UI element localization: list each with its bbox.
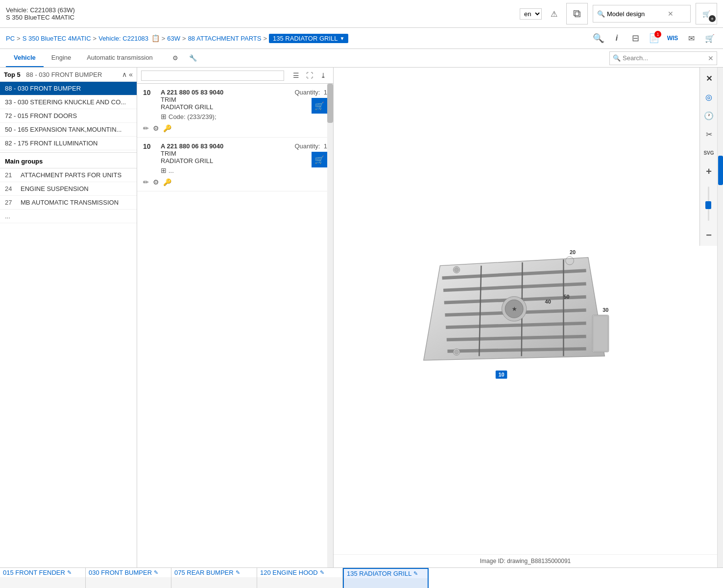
- scrollbar-thumb[interactable]: [327, 84, 333, 123]
- history-btn[interactable]: 🕐: [700, 107, 718, 124]
- svg-point-9: [454, 350, 458, 354]
- top5-icons: ∧ «: [122, 71, 133, 78]
- parts-grid-view-btn[interactable]: ⛶: [304, 70, 315, 81]
- group-item-27[interactable]: 27 MB AUTOMATIC TRANSMISSION: [0, 196, 137, 210]
- part-pencil-1[interactable]: ✏: [143, 178, 149, 186]
- add-to-cart-1[interactable]: 🛒: [312, 152, 327, 167]
- add-to-cart-0[interactable]: 🛒: [312, 98, 327, 114]
- parts-list-scroll[interactable]: 10 A 221 880 05 83 9040 TRIM RADIATOR GR…: [137, 84, 333, 567]
- parts-header-input[interactable]: [141, 71, 284, 81]
- mail-button[interactable]: ✉: [684, 31, 699, 46]
- zoom-in-button[interactable]: 🔍 +: [591, 31, 605, 46]
- doc-button[interactable]: 📄 1: [647, 31, 661, 46]
- thumb-edit-1[interactable]: ✎: [154, 569, 158, 576]
- grid-icon-1: ⊞: [161, 166, 167, 174]
- part-key-0[interactable]: 🔑: [163, 124, 171, 132]
- tab-vehicle[interactable]: Vehicle: [6, 49, 44, 67]
- part-actions-1: ✏ ⚙ 🔑: [143, 178, 327, 186]
- part-factory-1[interactable]: ⚙: [153, 178, 159, 186]
- parts-toolbar: ☰ ⛶ ⤓: [290, 70, 329, 81]
- cart-button[interactable]: 🛒 +: [696, 3, 717, 24]
- sidebar-item-3[interactable]: 50 - 165 EXPANSION TANK,MOUNTIN...: [0, 123, 137, 137]
- copy-button[interactable]: ⧉: [566, 3, 588, 24]
- part-desc-1: RADIATOR GRILL: [161, 157, 294, 165]
- breadcrumb-vehicle[interactable]: Vehicle: C221083 📋: [98, 34, 160, 42]
- warning-button[interactable]: ⚠: [547, 6, 561, 21]
- model-search-bar: 🔍 ✕: [593, 5, 691, 23]
- tab-search-clear[interactable]: ✕: [708, 54, 714, 62]
- thumb-item-4[interactable]: 135 RADIATOR GRILL ✎: [343, 568, 429, 588]
- right-panel: ✕ ◎ 🕐 ✂ SVG + −: [333, 68, 717, 567]
- search-icon: 🔍: [597, 10, 605, 18]
- part-number-1: A 221 880 06 83 9040: [161, 142, 294, 150]
- part-item-1: 10 A 221 880 06 83 9040 TRIM RADIATOR GR…: [137, 138, 333, 191]
- top5-collapse-btn[interactable]: ∧: [122, 71, 127, 78]
- tab-transmission[interactable]: Automatic transmission: [79, 49, 160, 67]
- wrench-icon: 🔧: [189, 54, 197, 62]
- image-area: ★ 20 40 50 30: [334, 68, 717, 554]
- zoom-in-img-btn[interactable]: +: [700, 163, 718, 180]
- group-num-21: 21: [5, 171, 17, 179]
- scrollbar-track[interactable]: [327, 84, 333, 567]
- parts-list-view-btn[interactable]: ☰: [290, 70, 302, 81]
- sidebar-item-4[interactable]: 82 - 175 FRONT ILLUMINATION: [0, 137, 137, 150]
- image-id-bar: Image ID: drawing_B88135000091: [334, 554, 717, 567]
- close-image-btn[interactable]: ✕: [700, 70, 718, 87]
- target-btn[interactable]: ◎: [700, 88, 718, 106]
- radiator-grill-image: ★ 20 40 50 30: [415, 225, 621, 397]
- parts-download-btn[interactable]: ⤓: [317, 70, 329, 81]
- svg-btn[interactable]: SVG: [700, 144, 718, 162]
- main-scrollbar[interactable]: [717, 68, 723, 567]
- part-key-1[interactable]: 🔑: [163, 178, 171, 186]
- breadcrumb-current[interactable]: 135 RADIATOR GRILL ▼: [269, 34, 348, 43]
- filter-button[interactable]: ⊟: [628, 31, 643, 46]
- sidebar-item-1[interactable]: 33 - 030 STEERING KNUCKLE AND CO...: [0, 95, 137, 109]
- wis-button[interactable]: WIS: [665, 31, 680, 46]
- main-scrollbar-thumb[interactable]: [718, 156, 723, 185]
- bottom-thumbnails: 015 FRONT FENDER ✎ 030 FRONT BUMPER ✎ 07…: [0, 567, 723, 588]
- breadcrumb-63w[interactable]: 63W: [167, 35, 180, 42]
- svg-text:50: 50: [563, 294, 569, 300]
- group-item-21[interactable]: 21 ATTACHMENT PARTS FOR UNITS: [0, 168, 137, 182]
- top5-title: Top 5: [4, 71, 21, 78]
- thumb-item-2[interactable]: 075 REAR BUMPER ✎: [171, 568, 257, 588]
- zoom-out-img-btn[interactable]: −: [700, 226, 718, 244]
- scissors-btn[interactable]: ✂: [700, 125, 718, 143]
- breadcrumb-bar: PC > S 350 BlueTEC 4MATIC > Vehicle: C22…: [0, 28, 723, 49]
- part-pencil-0[interactable]: ✏: [143, 124, 149, 132]
- group-item-24[interactable]: 24 ENGINE SUSPENSION: [0, 182, 137, 196]
- info-button[interactable]: i: [609, 31, 624, 46]
- top-bar: Vehicle: C221083 (63W) S 350 BlueTEC 4MA…: [0, 0, 723, 28]
- breadcrumb-pc[interactable]: PC: [6, 35, 15, 42]
- filter-icon: ⊟: [632, 33, 639, 44]
- breadcrumb-model[interactable]: S 350 BlueTEC 4MATIC: [23, 35, 91, 42]
- model-search-clear[interactable]: ✕: [668, 10, 674, 18]
- language-select[interactable]: en de: [520, 8, 542, 20]
- cart2-icon: 🛒: [705, 34, 715, 43]
- breadcrumb-88[interactable]: 88 ATTACHMENT PARTS: [188, 35, 262, 42]
- sidebar-item-2[interactable]: 72 - 015 FRONT DOORS: [0, 109, 137, 123]
- thumb-edit-3[interactable]: ✎: [320, 569, 324, 576]
- sidebar-item-0[interactable]: 88 - 030 FRONT BUMPER: [0, 82, 137, 95]
- top5-expand-btn[interactable]: «: [129, 71, 133, 78]
- model-search-input[interactable]: [607, 10, 666, 18]
- thumb-edit-4[interactable]: ✎: [413, 570, 418, 577]
- thumb-edit-0[interactable]: ✎: [67, 569, 72, 576]
- thumb-item-1[interactable]: 030 FRONT BUMPER ✎: [86, 568, 171, 588]
- thumb-item-3[interactable]: 120 ENGINE HOOD ✎: [257, 568, 343, 588]
- part-name-0: TRIM: [161, 96, 294, 103]
- image-slider-thumb[interactable]: [705, 201, 711, 209]
- wrench-icon-btn[interactable]: 🔧: [186, 51, 200, 65]
- thumb-edit-2[interactable]: ✎: [236, 569, 240, 576]
- cart2-button[interactable]: 🛒: [702, 31, 717, 46]
- thumb-item-0[interactable]: 015 FRONT FENDER ✎: [0, 568, 86, 588]
- group-item-more[interactable]: ...: [0, 210, 137, 223]
- tab-search-input[interactable]: [623, 54, 708, 62]
- part-factory-0[interactable]: ⚙: [153, 124, 159, 132]
- settings-icon-btn[interactable]: ⚙: [169, 51, 182, 65]
- top5-header: Top 5 88 - 030 FRONT BUMPER ∧ «: [0, 68, 137, 82]
- tab-engine[interactable]: Engine: [44, 49, 79, 67]
- part-item-0: 10 A 221 880 05 83 9040 TRIM RADIATOR GR…: [137, 84, 333, 138]
- thumb-label-2: 075 REAR BUMPER: [174, 569, 234, 576]
- tabs-left: Vehicle Engine Automatic transmission ⚙ …: [6, 49, 200, 67]
